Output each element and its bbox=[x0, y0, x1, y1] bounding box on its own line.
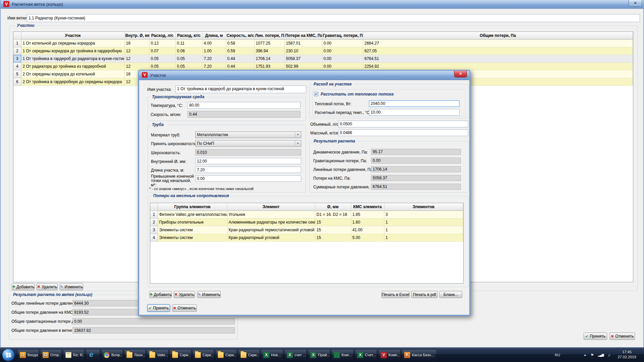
column-header[interactable]: Длина, м bbox=[202, 32, 226, 40]
kmc-delete-button[interactable]: ✖ Удалить bbox=[174, 291, 195, 298]
diameter-input[interactable]: 12.00 bbox=[195, 158, 301, 164]
print-pdf-button[interactable]: Печать в pdf bbox=[411, 291, 438, 298]
column-header[interactable]: Элементов bbox=[384, 203, 463, 211]
table-cell[interactable]: 12 bbox=[124, 63, 149, 70]
table-cell[interactable]: 0.00 bbox=[322, 63, 363, 70]
table-cell[interactable]: 627.05 bbox=[363, 47, 633, 55]
volume-flow-input[interactable]: 0.0500 bbox=[338, 121, 468, 127]
heat-flow-checkbox-label[interactable]: Рассчитать от теплового потока bbox=[321, 92, 393, 97]
taskbar-app-folder[interactable]: Скри... bbox=[238, 349, 260, 361]
kmc-edit-button[interactable]: ✎ Изменить bbox=[197, 291, 221, 298]
table-cell[interactable]: Элементы систем bbox=[158, 226, 227, 234]
row-number[interactable]: 6 bbox=[13, 78, 21, 86]
edit-section-button[interactable]: ✎ Изменить bbox=[60, 283, 83, 290]
table-row[interactable]: 2 Приборы отопительные Алюминиевые радиа… bbox=[150, 219, 463, 226]
column-header[interactable]: Гравитац. потери, Па bbox=[322, 32, 363, 40]
table-cell[interactable]: 7.20 bbox=[202, 55, 226, 63]
heat-flow-input[interactable]: 2040.00 bbox=[369, 100, 460, 107]
material-dropdown[interactable]: Металлопластик ▼ bbox=[195, 131, 301, 138]
table-row[interactable]: 2 1 От середины коридора до тройника в г… bbox=[13, 47, 633, 55]
row-number[interactable]: 4 bbox=[150, 234, 158, 242]
table-cell[interactable]: 16 bbox=[124, 40, 149, 47]
table-cell[interactable]: 502.99 bbox=[284, 63, 322, 70]
table-cell[interactable]: 1587.01 bbox=[284, 40, 322, 47]
column-header[interactable]: Общие потери, Па bbox=[363, 32, 633, 40]
table-cell[interactable]: 15 bbox=[315, 219, 351, 226]
add-section-button[interactable]: ✚ Добавить bbox=[12, 283, 35, 290]
table-cell[interactable]: 2 От тройника в гардеробную до середины … bbox=[21, 78, 124, 86]
table-cell[interactable]: 1 bbox=[384, 219, 463, 226]
table-cell[interactable]: 41.00 bbox=[351, 226, 384, 234]
table-row[interactable]: 4 2 От радиатора до тройника из гардероб… bbox=[13, 63, 633, 70]
table-cell[interactable]: 230.10 bbox=[284, 47, 322, 55]
column-header[interactable]: Потери на КМС, Па bbox=[284, 32, 322, 40]
column-header[interactable]: Расход, л/с bbox=[149, 32, 175, 40]
table-cell[interactable]: 396.94 bbox=[254, 47, 284, 55]
main-close-button[interactable]: × bbox=[629, 0, 642, 7]
column-header[interactable]: Ø, мм bbox=[315, 203, 351, 211]
taskbar-app-outlook-inbox[interactable]: O Входя... bbox=[17, 349, 39, 361]
row-number[interactable]: 1 bbox=[13, 40, 21, 47]
table-cell[interactable]: 7.20 bbox=[202, 63, 226, 70]
table-cell[interactable]: 0.05 bbox=[149, 63, 175, 70]
mass-flow-input[interactable]: 0.0486 bbox=[338, 129, 468, 136]
taskbar-app-folder[interactable]: Скри... bbox=[193, 349, 214, 361]
table-cell[interactable]: 4.00 bbox=[202, 40, 226, 47]
column-header[interactable]: Участок bbox=[21, 32, 124, 40]
taskbar-app-kassa[interactable]: K Касса Бизн... bbox=[402, 349, 437, 361]
table-cell[interactable]: 0.12 bbox=[149, 40, 175, 47]
section-name-input[interactable]: 1 От тройника в гардероб до радиатора в … bbox=[175, 85, 306, 93]
chevron-down-icon[interactable]: ▼ bbox=[295, 141, 301, 146]
elevation-input[interactable]: 0.00 bbox=[195, 175, 301, 182]
table-cell[interactable]: 1.60 bbox=[351, 219, 384, 226]
table-cell[interactable]: 5.00 bbox=[351, 234, 384, 242]
table-row-selected[interactable]: 3 1 От тройника в гардероб до радиатора … bbox=[13, 55, 633, 63]
column-header[interactable] bbox=[150, 203, 158, 211]
table-cell[interactable]: 1751.93 bbox=[254, 63, 284, 70]
chevron-down-icon[interactable]: ▼ bbox=[295, 132, 301, 137]
table-cell[interactable]: 5058.37 bbox=[284, 55, 322, 63]
table-cell[interactable]: 1706.14 bbox=[254, 55, 284, 63]
temperature-input[interactable]: 80.00 bbox=[187, 102, 301, 109]
column-header[interactable]: Внутр. Ø, мм bbox=[124, 32, 149, 40]
table-cell[interactable]: 1 От середины коридора до тройника в гар… bbox=[21, 47, 124, 55]
taskbar-app-internet-explorer[interactable]: e bbox=[86, 349, 100, 361]
table-cell[interactable]: 0.59 bbox=[226, 47, 254, 55]
length-input[interactable]: 7.20 bbox=[195, 167, 301, 173]
table-cell[interactable]: Фитинги Valtec для металлопластика bbox=[158, 211, 227, 219]
table-cell[interactable]: Приборы отопительные bbox=[158, 219, 227, 226]
table-cell[interactable]: 3 bbox=[384, 211, 463, 219]
taskbar-app-mail-message[interactable]: Re: R... bbox=[63, 349, 85, 361]
taskbar-app-folder[interactable]: Скри... bbox=[215, 349, 237, 361]
table-cell[interactable]: 0.05 bbox=[175, 63, 202, 70]
table-cell[interactable]: 1 От тройника в гардероб до радиатора в … bbox=[21, 55, 124, 63]
table-cell[interactable]: 1 bbox=[384, 226, 463, 234]
table-cell[interactable]: Алюминиевые радиаторы при количестве сек… bbox=[227, 219, 315, 226]
table-cell[interactable]: Элементы систем bbox=[158, 234, 227, 242]
table-cell[interactable]: 0.00 bbox=[322, 55, 363, 63]
flag-icon[interactable]: ⚑ bbox=[591, 353, 594, 357]
temp-drop-input[interactable]: 10.00 bbox=[369, 109, 460, 116]
heat-flow-checkbox[interactable]: ✔ bbox=[314, 92, 318, 96]
table-cell[interactable]: 0.07 bbox=[149, 47, 175, 55]
taskbar-app-folder[interactable]: Скри... bbox=[170, 349, 191, 361]
table-cell[interactable]: D1 = 16. D2 = 16 bbox=[315, 211, 351, 219]
language-indicator[interactable]: RU bbox=[555, 348, 560, 362]
taskbar-clock[interactable]: 17:45 27.02.2019 bbox=[612, 350, 641, 360]
table-cell[interactable]: 2254.92 bbox=[363, 63, 633, 70]
table-cell[interactable]: 1077.25 bbox=[254, 40, 284, 47]
table-cell[interactable]: 0.11 bbox=[175, 40, 202, 47]
taskbar-app-folder[interactable]: Valte... bbox=[147, 349, 168, 361]
taskbar-app-chrome[interactable]: Вопр... bbox=[101, 349, 123, 361]
taskbar-app-valtec[interactable]: V Комп... bbox=[378, 349, 400, 361]
column-header[interactable]: КМС элемента bbox=[351, 203, 384, 211]
table-cell[interactable]: 1.85 bbox=[351, 211, 384, 219]
branch-name-input[interactable]: 1.1 Радиатор (Кухня-гостиная) bbox=[27, 14, 640, 22]
print-excel-button[interactable]: Печать в Excel bbox=[381, 291, 410, 298]
cancel-button[interactable]: ✖ Отменить bbox=[609, 333, 635, 340]
column-header[interactable]: Скорость, м/с bbox=[226, 32, 254, 40]
table-cell[interactable]: 0.58 bbox=[226, 40, 254, 47]
table-row[interactable]: 4 Элементы систем Кран радиаторный углов… bbox=[150, 234, 463, 242]
table-cell[interactable]: 0.00 bbox=[322, 47, 363, 55]
table-cell[interactable]: 12 bbox=[124, 47, 149, 55]
